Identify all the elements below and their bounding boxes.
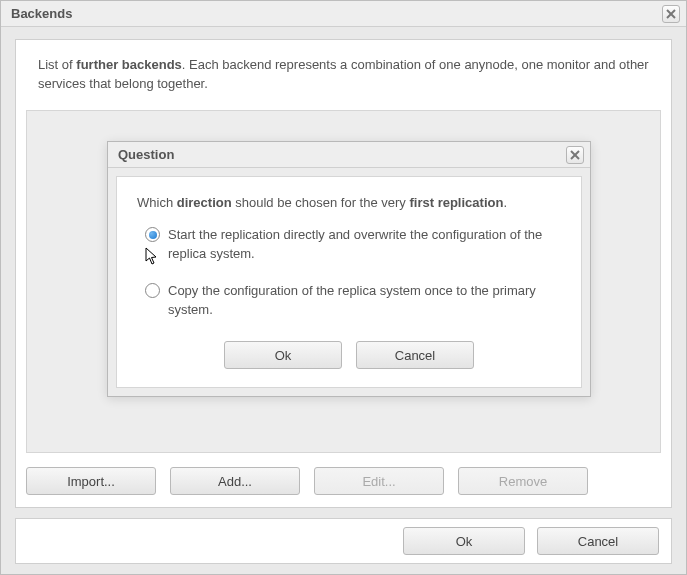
- dialog-body: Which direction should be chosen for the…: [116, 176, 582, 388]
- window-titlebar: Backends: [1, 1, 686, 27]
- q-mid: should be chosen for the very: [235, 195, 406, 210]
- radio-label: Start the replication directly and overw…: [168, 226, 553, 264]
- radio-option-copy-configuration[interactable]: Copy the configuration of the replica sy…: [145, 282, 553, 320]
- import-button[interactable]: Import...: [26, 467, 156, 495]
- dialog-titlebar: Question: [108, 142, 590, 168]
- q-bold2: first replication: [409, 195, 503, 210]
- desc-prefix: List of: [38, 57, 73, 72]
- dialog-cancel-button[interactable]: Cancel: [356, 341, 474, 369]
- question-dialog: Question Which direction should be chose…: [107, 141, 591, 397]
- backends-window: Backends List of further backends. Each …: [0, 0, 687, 575]
- dialog-ok-button[interactable]: Ok: [224, 341, 342, 369]
- description-text: List of further backends. Each backend r…: [16, 40, 671, 104]
- q-bold1: direction: [177, 195, 232, 210]
- close-icon: [570, 150, 580, 160]
- window-title: Backends: [11, 6, 72, 21]
- footer: Ok Cancel: [15, 518, 672, 564]
- dialog-button-row: Ok Cancel: [137, 341, 561, 369]
- dialog-close-button[interactable]: [566, 146, 584, 164]
- q-end: .: [503, 195, 507, 210]
- q-prefix: Which: [137, 195, 173, 210]
- radio-icon: [145, 227, 160, 242]
- radio-icon: [145, 283, 160, 298]
- desc-bold2: backends: [122, 57, 182, 72]
- radio-label: Copy the configuration of the replica sy…: [168, 282, 553, 320]
- window-close-button[interactable]: [662, 5, 680, 23]
- radio-option-start-replication[interactable]: Start the replication directly and overw…: [145, 226, 553, 264]
- edit-button[interactable]: Edit...: [314, 467, 444, 495]
- dialog-question: Which direction should be chosen for the…: [137, 195, 561, 210]
- desc-bold1: further: [76, 57, 118, 72]
- close-icon: [666, 9, 676, 19]
- cancel-button[interactable]: Cancel: [537, 527, 659, 555]
- ok-button[interactable]: Ok: [403, 527, 525, 555]
- remove-button[interactable]: Remove: [458, 467, 588, 495]
- dialog-title: Question: [118, 147, 174, 162]
- add-button[interactable]: Add...: [170, 467, 300, 495]
- action-button-row: Import... Add... Edit... Remove: [26, 467, 661, 495]
